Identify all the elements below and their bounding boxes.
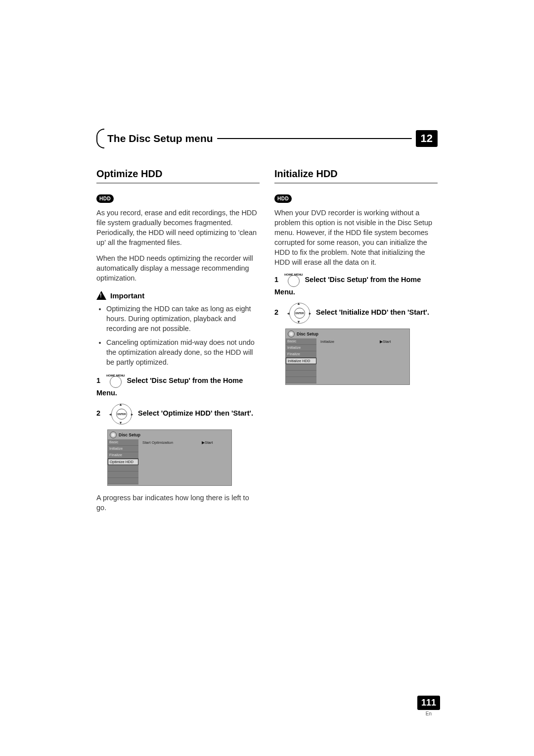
content-columns: Optimize HDD HDD As you record, erase an… [96,168,438,519]
screenshot-title-row: Disc Setup [286,329,409,338]
screenshot-menu-item-selected: Initialize HDD [286,358,316,364]
screenshot-menu-empty [286,377,316,383]
arrow-down-icon: ▾ [120,420,122,425]
arrow-left-icon: ◂ [287,311,289,316]
right-column: Initialize HDD HDD When your DVD recorde… [274,168,438,519]
important-bullet: Canceling optimization mid-way does not … [106,337,260,367]
optimize-footer-text: A progress bar indicates how long there … [96,493,260,513]
header-rule [217,138,412,139]
important-bullet-list: Optimizing the HDD can take as long as e… [96,304,260,367]
optimize-step-1: 1 HOME MENU Select 'Disc Setup' from the… [96,374,260,398]
home-menu-button-icon [110,376,122,388]
section-divider [96,183,260,184]
screenshot-menu-list: Basic Initialize Finalize Optimize HDD [108,439,138,484]
important-bullet: Optimizing the HDD can take as long as e… [106,304,260,333]
screenshot-menu-empty [108,465,138,472]
left-column: Optimize HDD HDD As you record, erase an… [96,168,260,519]
screenshot-option-column: Initialize [316,338,380,383]
optimize-paragraph-1: As you record, erase and edit recordings… [96,208,260,247]
screenshot-title: Disc Setup [119,432,140,437]
step-number: 2 [96,408,104,418]
screenshot-menu-item: Basic [286,338,316,345]
step-text: Select 'Initialize HDD' then 'Start'. [316,308,429,316]
arrow-right-icon: ▸ [309,311,311,316]
optimize-paragraph-2: When the HDD needs optimizing the record… [96,253,260,283]
warning-icon [96,291,106,300]
page-language: En [417,711,440,716]
chapter-header: The Disc Setup menu 12 [96,129,438,148]
screenshot-option: Start Optimization [142,439,202,445]
optimize-step-2: 2 ENTER ▴ ▾ ◂ ▸ Select 'Optimize HDD' th… [96,403,260,425]
screenshot-body: Basic Initialize Finalize Optimize HDD S… [108,439,231,484]
screenshot-action-column: ▶Start [380,338,409,383]
enter-dpad-icon: ENTER ▴ ▾ ◂ ▸ [109,403,133,425]
hdd-badge: HDD [274,194,292,203]
section-heading-optimize: Optimize HDD [96,168,260,180]
disc-icon [288,331,295,337]
arrow-down-icon: ▾ [298,319,300,325]
screenshot-menu-item: Finalize [108,452,138,459]
home-menu-button-icon [288,275,300,287]
enter-dpad-icon: ENTER ▴ ▾ ◂ ▸ [287,302,311,324]
disc-setup-screenshot-optimize: Disc Setup Basic Initialize Finalize Opt… [107,429,232,486]
arrow-right-icon: ▸ [131,412,133,417]
header-ornament [96,129,104,148]
step-number: 1 [96,376,104,385]
screenshot-menu-item: Finalize [286,351,316,358]
disc-icon [110,431,117,438]
screenshot-menu-empty [108,478,138,484]
step-number: 1 [274,275,282,284]
arrow-left-icon: ◂ [109,412,111,417]
chapter-title: The Disc Setup menu [107,133,213,144]
initialize-paragraph-1: When your DVD recorder is working withou… [274,208,438,267]
screenshot-menu-item: Basic [108,439,138,446]
screenshot-menu-item: Initialize [286,345,316,351]
screenshot-title-row: Disc Setup [108,430,231,439]
arrow-up-icon: ▴ [120,402,122,407]
arrow-up-icon: ▴ [298,301,300,306]
step-number: 2 [274,307,282,317]
screenshot-menu-empty [286,364,316,371]
screenshot-start-label: ▶Start [380,338,409,344]
initialize-step-2: 2 ENTER ▴ ▾ ◂ ▸ Select 'Initialize HDD' … [274,302,438,324]
manual-page: The Disc Setup menu 12 Optimize HDD HDD … [0,0,534,756]
page-number: 111 En [417,696,440,716]
screenshot-start-label: ▶Start [202,439,231,445]
screenshot-title: Disc Setup [297,331,318,336]
screenshot-menu-empty [108,472,138,478]
section-heading-initialize: Initialize HDD [274,168,438,180]
screenshot-menu-empty [286,371,316,377]
screenshot-action-column: ▶Start [202,439,231,484]
hdd-badge: HDD [96,194,114,203]
screenshot-body: Basic Initialize Finalize Initialize HDD… [286,338,409,383]
screenshot-option: Initialize [320,338,380,344]
section-divider [274,183,438,184]
screenshot-option-column: Start Optimization [138,439,202,484]
disc-setup-screenshot-initialize: Disc Setup Basic Initialize Finalize Ini… [285,329,410,385]
chapter-number-badge: 12 [416,130,438,147]
step-text: Select 'Optimize HDD' then 'Start'. [138,409,253,417]
page-number-value: 111 [417,696,440,710]
screenshot-menu-item: Initialize [108,446,138,452]
important-heading: Important [96,291,260,300]
important-label: Important [110,291,144,300]
initialize-step-1: 1 HOME MENU Select 'Disc Setup' from the… [274,273,438,297]
screenshot-menu-list: Basic Initialize Finalize Initialize HDD [286,338,316,383]
screenshot-menu-item-selected: Optimize HDD [108,459,138,465]
